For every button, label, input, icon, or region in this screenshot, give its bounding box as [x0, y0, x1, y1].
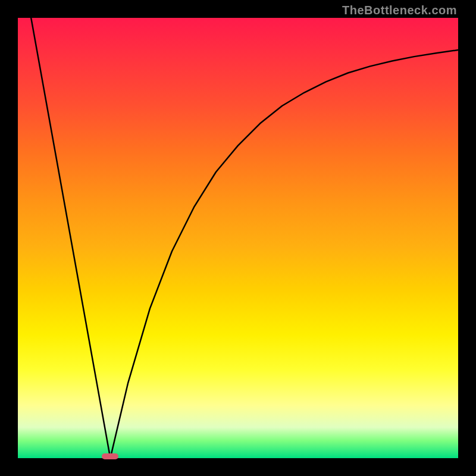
watermark-text: TheBottleneck.com — [342, 4, 457, 17]
minimum-marker — [102, 453, 118, 459]
chart-frame: TheBottleneck.com — [0, 0, 476, 476]
bottleneck-curve — [18, 18, 458, 458]
